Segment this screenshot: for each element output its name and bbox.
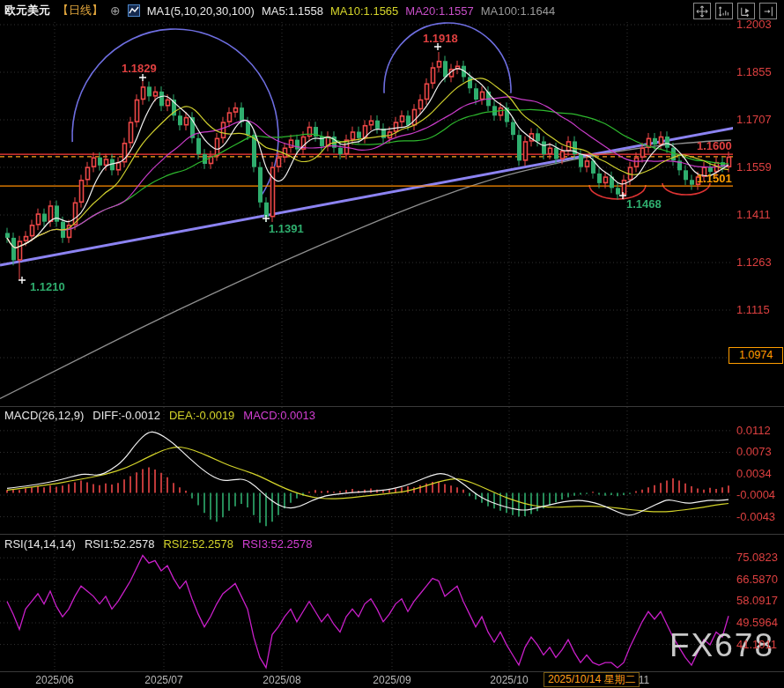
chart-price-label: 1.1600 bbox=[697, 139, 732, 152]
price-axis-label: 1.2003 bbox=[736, 18, 772, 31]
axis-separator bbox=[0, 671, 784, 672]
chart-price-label: 1.1829 bbox=[122, 62, 157, 75]
macd-name: MACD(26,12,9) bbox=[4, 409, 84, 422]
macd-axis-label: 0.0112 bbox=[736, 424, 771, 437]
macd-axis-label: 0.0073 bbox=[736, 445, 772, 458]
chart-price-label: 1.1210 bbox=[30, 280, 65, 293]
collapse-panel-icon[interactable] bbox=[759, 3, 777, 19]
date-axis-label: 2025/07 bbox=[144, 674, 182, 686]
date-axis-label: 2025/08 bbox=[263, 674, 300, 686]
chart-price-label: 1.1918 bbox=[423, 32, 458, 45]
rsi-axis-label: 75.0823 bbox=[736, 551, 778, 564]
price-axis-label: 1.1263 bbox=[736, 255, 772, 269]
price-axis-label: 1.1115 bbox=[736, 303, 770, 316]
ma5-value: MA5:1.1558 bbox=[262, 4, 323, 18]
ma10-value: MA10:1.1565 bbox=[330, 4, 398, 18]
rsi-axis-label: 49.5964 bbox=[736, 616, 778, 629]
rsi-axis-label: 41.1011 bbox=[736, 638, 777, 651]
axis-min-price-label: 1.0974 bbox=[729, 347, 783, 364]
pan-icon[interactable] bbox=[693, 3, 711, 19]
crosshair-date-label: 2025/10/14 星期二 bbox=[544, 672, 640, 687]
date-axis-label: 2025/09 bbox=[373, 674, 410, 686]
price-axis-label: 1.1411 bbox=[736, 208, 771, 221]
play-forward-icon[interactable] bbox=[737, 3, 755, 19]
symbol-title: 欧元美元 bbox=[4, 3, 50, 18]
trading-app: 欧元美元 【日线】 ⊕ MA1(5,10,20,30,100) MA5:1.15… bbox=[0, 0, 784, 688]
date-axis-label: 2025/10 bbox=[490, 674, 528, 686]
macd-axis-label: 0.0034 bbox=[736, 467, 772, 480]
ma20-value: MA20:1.1557 bbox=[405, 4, 473, 18]
rsi1-value: RSI1:52.2578 bbox=[85, 537, 155, 551]
period-selector[interactable]: 【日线】 bbox=[57, 3, 103, 18]
price-axis-label: 1.1707 bbox=[736, 113, 772, 126]
macd-dea-value: DEA:-0.0019 bbox=[169, 409, 234, 422]
chart-price-label: 1.1468 bbox=[626, 197, 662, 211]
add-indicator-icon[interactable]: ⊕ bbox=[110, 4, 121, 18]
macd-diff-value: DIFF:-0.0012 bbox=[92, 409, 160, 422]
date-axis-label: 2025/06 bbox=[35, 674, 73, 686]
macd-header: MACD(26,12,9) DIFF:-0.0012 DEA:-0.0019 M… bbox=[4, 409, 315, 422]
ma100-value: MA100:1.1644 bbox=[481, 4, 556, 18]
fit-vertical-axis-icon[interactable] bbox=[715, 3, 733, 19]
ma-group-label: MA1(5,10,20,30,100) bbox=[147, 4, 255, 18]
panel-separator bbox=[0, 534, 784, 535]
rsi-name: RSI(14,14,14) bbox=[4, 537, 76, 551]
chart-price-label: 1.1391 bbox=[269, 222, 304, 235]
macd-macd-value: MACD:0.0013 bbox=[243, 409, 315, 422]
rsi-axis-label: 58.0917 bbox=[736, 594, 778, 607]
macd-axis-label: -0.0004 bbox=[736, 488, 775, 501]
rsi2-value: RSI2:52.2578 bbox=[163, 537, 233, 551]
panel-separator bbox=[0, 406, 784, 407]
macd-axis-label: -0.0043 bbox=[736, 510, 775, 523]
rsi-header: RSI(14,14,14) RSI1:52.2578 RSI2:52.2578 … bbox=[4, 537, 312, 551]
chart-header: 欧元美元 【日线】 ⊕ MA1(5,10,20,30,100) MA5:1.15… bbox=[0, 0, 555, 21]
price-axis-label: 1.1855 bbox=[736, 65, 772, 78]
rsi3-value: RSI3:52.2578 bbox=[242, 537, 313, 551]
rsi-axis-label: 66.5870 bbox=[736, 573, 778, 586]
price-axis-label: 1.1559 bbox=[736, 160, 772, 174]
chart-toolbar bbox=[693, 3, 777, 19]
mini-chart-icon bbox=[128, 4, 140, 17]
chart-canvas[interactable] bbox=[0, 0, 784, 688]
chart-price-label: 1.1501 bbox=[697, 172, 732, 185]
